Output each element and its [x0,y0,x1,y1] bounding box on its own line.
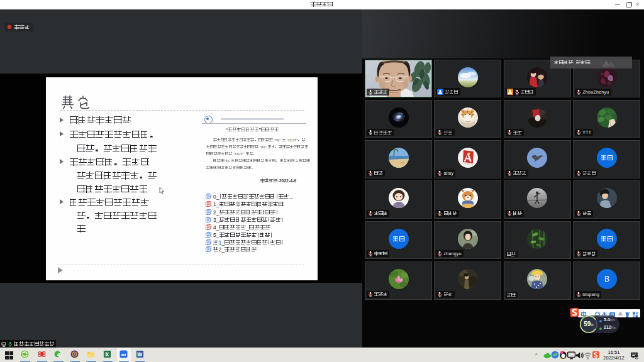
svg-text:B: B [604,275,609,283]
svg-text:W: W [138,351,143,358]
svg-text:1: 1 [636,355,638,359]
svg-text:X: X [106,351,109,358]
